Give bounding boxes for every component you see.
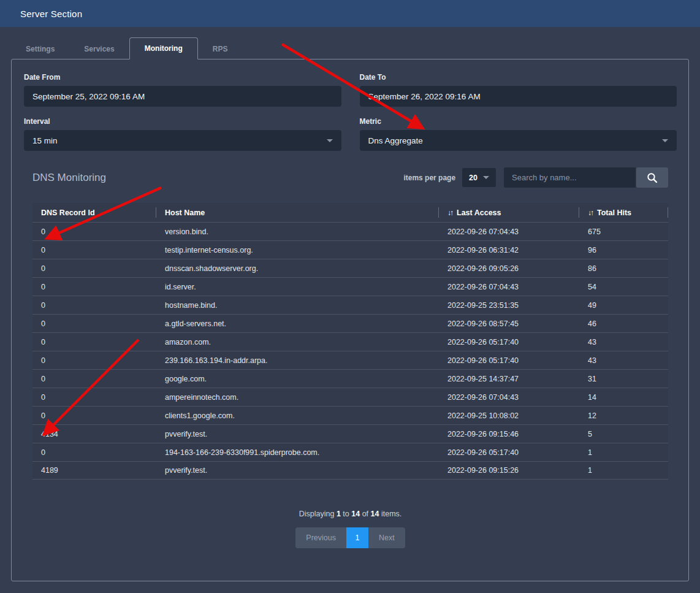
table-row: 0 a.gtld-servers.net. 2022-09-26 08:57:4… xyxy=(32,314,668,332)
cell-total-hits: 31 xyxy=(579,375,668,383)
interval-value: 15 min xyxy=(32,136,58,145)
cell-total-hits: 5 xyxy=(579,430,668,438)
summary-text: items. xyxy=(381,510,401,518)
cell-total-hits: 1 xyxy=(579,448,668,457)
items-per-page-select[interactable]: 20 xyxy=(462,168,496,187)
search-button[interactable] xyxy=(636,167,668,188)
cell-host-name: ampereinnotech.com. xyxy=(156,393,439,402)
date-from-input[interactable]: September 25, 2022 09:16 AM xyxy=(24,86,341,107)
column-header-label: Last Access xyxy=(457,209,501,217)
table-row: 0 amazon.com. 2022-09-26 05:17:40 43 xyxy=(32,332,668,351)
cell-record-id: 0 xyxy=(32,338,156,346)
table-row: 0 testip.internet-census.org. 2022-09-26… xyxy=(32,240,668,259)
cell-record-id: 0 xyxy=(32,356,156,365)
cell-host-name: 194-163-166-239-6330f991.spiderprobe.com… xyxy=(156,448,439,457)
dns-controls: items per page 20 xyxy=(403,167,668,188)
cell-total-hits: 14 xyxy=(579,393,668,402)
tab-services[interactable]: Services xyxy=(69,39,129,59)
summary-to: 14 xyxy=(351,510,360,518)
metric-label: Metric xyxy=(360,117,677,126)
cell-host-name: amazon.com. xyxy=(156,338,439,346)
cell-last-access: 2022-09-26 09:15:46 xyxy=(439,430,579,438)
table-row: 0 google.com. 2022-09-25 14:37:47 31 xyxy=(32,369,668,388)
cell-last-access: 2022-09-26 05:17:40 xyxy=(439,356,579,365)
cell-total-hits: 96 xyxy=(579,246,668,254)
column-header-host-name: Host Name xyxy=(156,203,439,222)
column-header-last-access[interactable]: ↓↑ Last Access xyxy=(439,203,579,222)
table-row: 0 194-163-166-239-6330f991.spiderprobe.c… xyxy=(32,443,668,461)
cell-last-access: 2022-09-26 09:15:26 xyxy=(439,466,579,475)
metric-value: Dns Aggregate xyxy=(368,136,423,145)
dns-monitoring-title: DNS Monitoring xyxy=(32,172,106,184)
date-from-field: Date From September 25, 2022 09:16 AM xyxy=(24,73,341,107)
previous-page-button[interactable]: Previous xyxy=(295,527,346,548)
cell-record-id: 4134 xyxy=(32,430,156,438)
tab-monitoring[interactable]: Monitoring xyxy=(129,37,198,59)
cell-last-access: 2022-09-25 23:51:35 xyxy=(439,301,579,310)
sort-icon: ↓↑ xyxy=(447,209,452,217)
results-summary: Displaying 1 to 14 of 14 items. xyxy=(24,510,677,518)
cell-last-access: 2022-09-26 09:05:26 xyxy=(439,264,579,273)
dns-table: DNS Record Id Host Name ↓↑ Last Access ↓… xyxy=(32,203,668,480)
cell-record-id: 0 xyxy=(32,283,156,291)
column-header-label: Total Hits xyxy=(597,209,631,217)
chevron-down-icon xyxy=(327,139,333,142)
cell-record-id: 0 xyxy=(32,375,156,383)
cell-record-id: 0 xyxy=(32,393,156,402)
cell-host-name: pvverify.test. xyxy=(156,466,439,475)
table-row: 0 ampereinnotech.com. 2022-09-26 07:04:4… xyxy=(32,388,668,406)
cell-last-access: 2022-09-26 07:04:43 xyxy=(439,228,579,236)
cell-record-id: 0 xyxy=(32,301,156,310)
table-row: 4134 pvverify.test. 2022-09-26 09:15:46 … xyxy=(32,424,668,443)
app-header: Server Section xyxy=(0,0,700,27)
cell-record-id: 0 xyxy=(32,411,156,420)
cell-record-id: 0 xyxy=(32,246,156,254)
summary-text: to xyxy=(343,510,349,518)
cell-total-hits: 54 xyxy=(579,283,668,291)
cell-host-name: dnsscan.shadowserver.org. xyxy=(156,264,439,273)
date-to-field: Date To September 26, 2022 09:16 AM xyxy=(360,73,677,107)
interval-select[interactable]: 15 min xyxy=(24,130,341,151)
cell-total-hits: 675 xyxy=(579,228,668,236)
table-row: 4189 pvverify.test. 2022-09-26 09:15:26 … xyxy=(32,461,668,480)
tab-bar: Settings Services Monitoring RPS xyxy=(11,38,700,59)
next-page-button[interactable]: Next xyxy=(368,527,405,548)
cell-last-access: 2022-09-25 14:37:47 xyxy=(439,375,579,383)
cell-last-access: 2022-09-26 06:31:42 xyxy=(439,246,579,254)
metric-field: Metric Dns Aggregate xyxy=(360,117,677,151)
cell-host-name: testip.internet-census.org. xyxy=(156,246,439,254)
summary-text: Displaying xyxy=(299,510,335,518)
column-header-dns-record-id: DNS Record Id xyxy=(32,203,156,222)
cell-host-name: 239.166.163.194.in-addr.arpa. xyxy=(156,356,439,365)
metric-select[interactable]: Dns Aggregate xyxy=(360,130,677,151)
tab-settings[interactable]: Settings xyxy=(11,39,69,59)
cell-last-access: 2022-09-26 07:04:43 xyxy=(439,283,579,291)
cell-last-access: 2022-09-26 08:57:45 xyxy=(439,319,579,328)
pagination: Previous 1 Next xyxy=(24,527,677,548)
dns-section-header: DNS Monitoring items per page 20 xyxy=(32,167,668,188)
chevron-down-icon xyxy=(483,176,489,179)
items-per-page-label: items per page xyxy=(403,174,455,182)
pagination-group: Previous 1 Next xyxy=(295,527,405,548)
date-to-label: Date To xyxy=(360,73,677,82)
table-row: 0 239.166.163.194.in-addr.arpa. 2022-09-… xyxy=(32,351,668,369)
chevron-down-icon xyxy=(662,139,668,142)
cell-total-hits: 43 xyxy=(579,338,668,346)
cell-total-hits: 43 xyxy=(579,356,668,365)
cell-host-name: version.bind. xyxy=(156,228,439,236)
cell-record-id: 0 xyxy=(32,228,156,236)
table-row: 0 dnsscan.shadowserver.org. 2022-09-26 0… xyxy=(32,259,668,277)
column-header-total-hits[interactable]: ↓↑ Total Hits xyxy=(579,203,668,222)
sort-icon: ↓↑ xyxy=(588,209,593,217)
page-title: Server Section xyxy=(20,9,82,19)
date-to-input[interactable]: September 26, 2022 09:16 AM xyxy=(360,86,677,107)
cell-host-name: id.server. xyxy=(156,283,439,291)
cell-total-hits: 1 xyxy=(579,466,668,475)
summary-text: of xyxy=(362,510,368,518)
tab-rps[interactable]: RPS xyxy=(198,39,243,59)
table-row: 0 hostname.bind. 2022-09-25 23:51:35 49 xyxy=(32,296,668,314)
search-input[interactable] xyxy=(504,167,636,188)
page-1-button[interactable]: 1 xyxy=(346,527,368,548)
cell-record-id: 4189 xyxy=(32,466,156,475)
cell-total-hits: 12 xyxy=(579,411,668,420)
